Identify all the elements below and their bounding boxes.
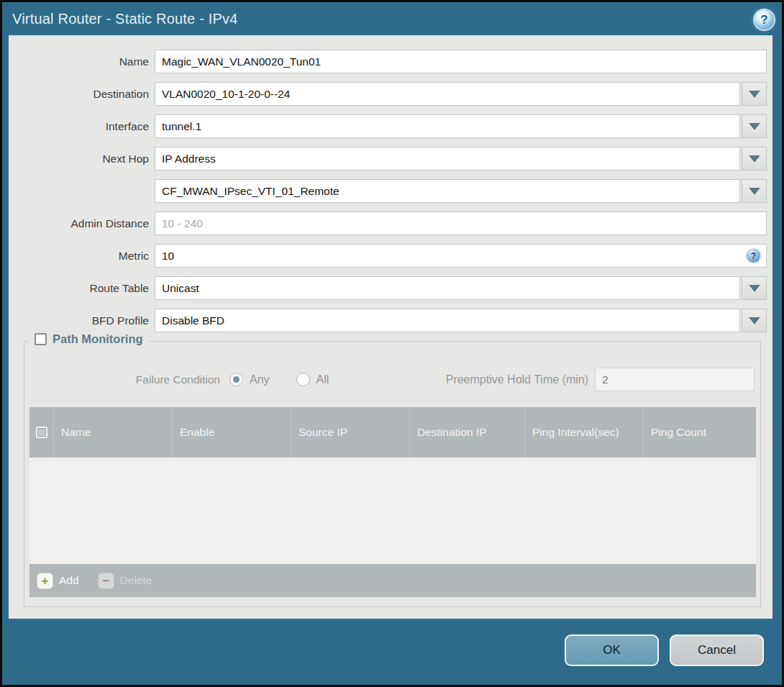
chevron-down-icon [749,188,760,195]
chevron-down-icon [749,155,760,163]
column-header-destination-ip[interactable]: Destination IP [410,407,525,458]
table-toolbar: + Add − Delete [29,564,756,597]
delete-button-label: Delete [120,574,152,587]
failure-condition-row: Failure Condition Any All Preemptive Hol… [24,368,760,391]
name-label: Name [9,55,155,68]
dialog-title: Virtual Router - Static Route - IPv4 [12,11,238,27]
destination-dropdown-button[interactable] [742,82,767,106]
table-body-empty [29,458,756,564]
destination-input[interactable] [155,82,740,106]
bfd-profile-row: BFD Profile [9,309,772,332]
plus-icon: + [37,573,53,589]
select-all-checkbox[interactable] [36,427,47,438]
column-header-name[interactable]: Name [54,407,173,458]
add-button[interactable]: + Add [37,573,79,589]
next-hop-type-input[interactable] [155,147,740,170]
bfd-profile-input[interactable] [155,309,740,332]
failure-condition-any-label: Any [250,373,270,386]
radio-icon [229,373,243,386]
next-hop-address-dropdown-button[interactable] [742,179,767,203]
failure-condition-any-radio[interactable]: Any [229,373,270,386]
path-monitoring-table: Name Enable Source IP Destination IP Pin… [29,407,756,597]
failure-condition-all-label: All [316,373,329,386]
interface-input[interactable] [155,114,740,138]
interface-dropdown-button[interactable] [742,114,767,138]
dialog-content: Name Destination Interface [9,35,772,619]
static-route-form: Name Destination Interface [9,37,772,332]
path-monitoring-legend: Path Monitoring [29,332,149,346]
dialog-titlebar: Virtual Router - Static Route - IPv4 ? [2,2,782,35]
bfd-profile-label: BFD Profile [9,314,155,327]
route-table-label: Route Table [9,282,155,295]
column-header-source-ip[interactable]: Source IP [291,407,410,458]
chevron-down-icon [749,123,760,130]
route-table-row: Route Table [9,276,772,300]
admin-distance-row: Admin Distance [9,211,772,235]
metric-input[interactable] [155,244,767,268]
chevron-down-icon [749,317,760,324]
name-input[interactable] [155,50,767,73]
dialog-footer: OK Cancel [2,619,782,685]
route-table-dropdown-button[interactable] [742,276,767,300]
name-row: Name [9,50,772,73]
metric-info-icon[interactable]: ? [747,249,760,263]
failure-condition-label: Failure Condition [24,373,220,386]
preemptive-hold-time-input[interactable] [595,368,755,391]
chevron-down-icon [749,285,760,292]
next-hop-address-row [9,179,772,203]
cancel-button[interactable]: Cancel [670,634,764,666]
interface-row: Interface [9,114,772,138]
radio-icon [296,373,310,386]
failure-condition-all-radio[interactable]: All [296,373,329,386]
select-all-cell [29,407,54,458]
table-header-row: Name Enable Source IP Destination IP Pin… [29,407,756,458]
route-table-input[interactable] [155,276,740,300]
bfd-profile-dropdown-button[interactable] [742,309,767,332]
column-header-ping-count[interactable]: Ping Count [644,407,756,458]
path-monitoring-checkbox[interactable] [35,333,47,345]
minus-icon: − [98,573,114,589]
interface-label: Interface [9,120,155,133]
next-hop-dropdown-button[interactable] [742,147,767,170]
preemptive-hold-time-label: Preemptive Hold Time (min) [446,373,595,386]
admin-distance-label: Admin Distance [9,217,155,230]
metric-label: Metric [9,250,155,263]
path-monitoring-group: Path Monitoring Failure Condition Any Al… [24,341,761,607]
admin-distance-input[interactable] [155,211,767,235]
path-monitoring-title: Path Monitoring [53,332,143,346]
delete-button[interactable]: − Delete [98,573,152,589]
static-route-dialog: Virtual Router - Static Route - IPv4 ? N… [0,0,784,687]
metric-row: Metric ? [9,244,772,268]
destination-row: Destination [9,82,772,106]
chevron-down-icon [749,91,760,98]
help-icon[interactable]: ? [755,10,774,29]
add-button-label: Add [59,574,79,587]
next-hop-label: Next Hop [9,153,155,165]
column-header-enable[interactable]: Enable [173,407,291,458]
ok-button[interactable]: OK [565,634,659,666]
destination-label: Destination [9,88,155,101]
next-hop-address-input[interactable] [155,179,740,203]
column-header-ping-interval[interactable]: Ping Interval(sec) [525,407,644,458]
next-hop-row: Next Hop [9,147,772,170]
